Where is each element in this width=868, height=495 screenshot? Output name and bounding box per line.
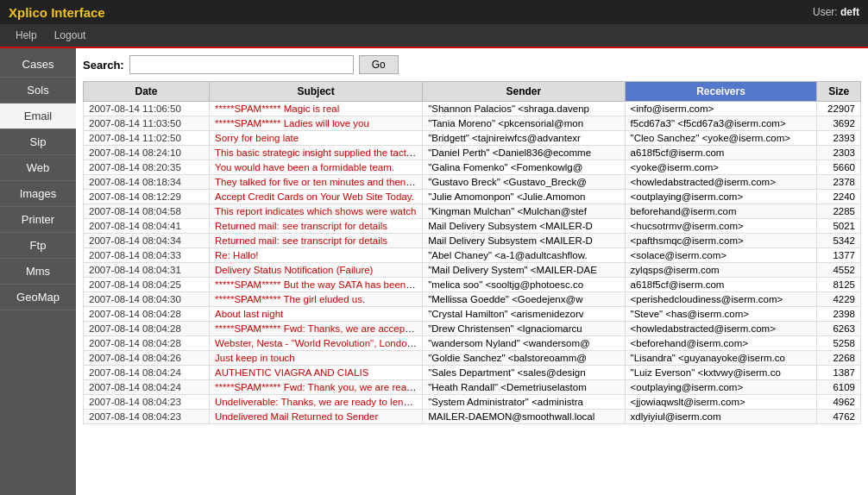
subject-link[interactable]: Undelivered Mail Returned to Sender [215,411,378,422]
subject-link[interactable]: *****SPAM***** Fwd: Thanks, we are accep… [215,323,421,334]
cell-size: 4229 [817,292,861,307]
sidebar-sols[interactable]: Sols [0,78,76,103]
cell-subject[interactable]: This basic strategic insight supplied th… [210,146,423,160]
subject-link[interactable]: Delivery Status Notification (Failure) [215,265,373,275]
col-sender[interactable]: Sender [423,82,625,102]
table-row[interactable]: 2007-08-14 08:04:41Returned mail: see tr… [84,219,861,234]
cell-size: 1377 [817,248,861,263]
table-row[interactable]: 2007-08-14 08:04:23Undelivered Mail Retu… [84,410,861,424]
table-row[interactable]: 2007-08-14 08:04:24*****SPAM***** Fwd: T… [84,380,861,395]
cell-sender: "wandersom Nyland" <wandersom@ [423,336,625,351]
cell-date: 2007-08-14 08:04:25 [84,278,210,292]
sidebar-ftp[interactable]: Ftp [0,233,76,259]
col-size[interactable]: Size [817,82,861,102]
cell-subject[interactable]: They talked for five or ten minutes and … [210,175,423,190]
col-date[interactable]: Date [84,82,210,102]
sidebar-email[interactable]: Email [0,103,76,129]
cell-subject[interactable]: *****SPAM***** Fwd: Thank you, we are re… [210,380,423,395]
subject-link[interactable]: You would have been a formidable team. [215,162,394,172]
cell-subject[interactable]: You would have been a formidable team. [210,160,423,175]
cell-subject[interactable]: *****SPAM***** Magic is real [210,102,423,116]
subject-link[interactable]: *****SPAM***** Magic is real [215,103,339,114]
subject-link[interactable]: This report indicates which shows were w… [215,206,416,216]
table-row[interactable]: 2007-08-14 08:04:31Delivery Status Notif… [84,263,861,278]
cell-subject[interactable]: This report indicates which shows were w… [210,204,423,219]
col-receivers[interactable]: Receivers [625,82,817,102]
cell-subject[interactable]: *****SPAM***** The girl eluded us. [210,292,423,307]
table-row[interactable]: 2007-08-14 08:20:35You would have been a… [84,160,861,175]
cell-subject[interactable]: Just keep in touch [210,351,423,366]
table-row[interactable]: 2007-08-14 08:04:58This report indicates… [84,204,861,219]
sidebar-images[interactable]: Images [0,181,76,207]
search-go-button[interactable]: Go [359,55,399,74]
cell-subject[interactable]: Delivery Status Notification (Failure) [210,263,423,278]
subject-link[interactable]: Undeliverable: Thanks, we are ready to l… [215,397,422,407]
subject-link[interactable]: They talked for five or ten minutes and … [215,177,423,187]
subject-link[interactable]: Just keep in touch [215,353,295,363]
table-row[interactable]: 2007-08-14 08:12:29Accept Credit Cards o… [84,190,861,204]
cell-subject[interactable]: Sorry for being late [210,131,423,146]
cell-size: 2378 [817,175,861,190]
table-row[interactable]: 2007-08-14 08:04:34Returned mail: see tr… [84,234,861,248]
cell-subject[interactable]: About last night [210,307,423,322]
cell-subject[interactable]: *****SPAM***** But the way SATA has been… [210,278,423,292]
logout-link[interactable]: Logout [46,26,95,45]
table-row[interactable]: 2007-08-14 08:04:26Just keep in touch"Go… [84,351,861,366]
help-link[interactable]: Help [7,26,46,45]
subject-link[interactable]: Sorry for being late [215,133,299,143]
cell-size: 3692 [817,116,861,131]
sidebar-web[interactable]: Web [0,155,76,181]
sidebar-cases[interactable]: Cases [0,52,76,78]
table-row[interactable]: 2007-08-14 08:04:28About last night"Crys… [84,307,861,322]
cell-size: 6109 [817,380,861,395]
subject-link[interactable]: This basic strategic insight supplied th… [215,147,423,158]
cell-sender: MAILER-DAEMON@smoothwall.local [423,410,625,424]
subject-link[interactable]: About last night [215,309,283,319]
table-row[interactable]: 2007-08-14 08:18:34They talked for five … [84,175,861,190]
subject-link[interactable]: Accept Credit Cards on Your Web Site Tod… [215,191,414,202]
cell-date: 2007-08-14 08:04:41 [84,219,210,234]
table-row[interactable]: 2007-08-14 11:02:50Sorry for being late"… [84,131,861,146]
cell-subject[interactable]: Webster, Nesta - "World Revolution", Lon… [210,336,423,351]
subject-link[interactable]: *****SPAM***** But the way SATA has been… [215,279,423,290]
cell-subject[interactable]: Re: Hallo! [210,248,423,263]
subject-link[interactable]: *****SPAM***** The girl eluded us. [215,294,365,304]
table-row[interactable]: 2007-08-14 08:04:33Re: Hallo!"Abel Chane… [84,248,861,263]
cell-subject[interactable]: Accept Credit Cards on Your Web Site Tod… [210,190,423,204]
subject-link[interactable]: *****SPAM***** Ladies will love you [215,118,369,128]
sidebar-geomap[interactable]: GeoMap [0,285,76,310]
cell-receivers: <perishedcloudiness@iserm.com> [625,292,817,307]
table-row[interactable]: 2007-08-14 11:06:50*****SPAM***** Magic … [84,102,861,116]
cell-size: 2268 [817,351,861,366]
table-row[interactable]: 2007-08-14 08:04:23Undeliverable: Thanks… [84,395,861,410]
cell-subject[interactable]: AUTHENTIC VIAGRA AND CIALIS [210,366,423,380]
table-row[interactable]: 2007-08-14 08:04:28*****SPAM***** Fwd: T… [84,322,861,336]
cell-subject[interactable]: Undeliverable: Thanks, we are ready to l… [210,395,423,410]
table-row[interactable]: 2007-08-14 08:04:30*****SPAM***** The gi… [84,292,861,307]
cell-subject[interactable]: Returned mail: see transcript for detail… [210,234,423,248]
main-layout: Cases Sols Email Sip Web Images Printer … [0,48,868,495]
cell-receivers: f5cd67a3" <f5cd67a3@iserm.com> [625,116,817,131]
sidebar-mms[interactable]: Mms [0,259,76,285]
cell-receivers: xdlyiyiul@iserm.com [625,410,817,424]
subject-link[interactable]: Webster, Nesta - "World Revolution", Lon… [215,338,421,348]
sidebar-sip[interactable]: Sip [0,129,76,155]
cell-subject[interactable]: Returned mail: see transcript for detail… [210,219,423,234]
cell-subject[interactable]: *****SPAM***** Fwd: Thanks, we are accep… [210,322,423,336]
sidebar-printer[interactable]: Printer [0,207,76,233]
col-subject[interactable]: Subject [210,82,423,102]
table-row[interactable]: 2007-08-14 08:04:24AUTHENTIC VIAGRA AND … [84,366,861,380]
cell-date: 2007-08-14 08:04:26 [84,351,210,366]
subject-link[interactable]: Returned mail: see transcript for detail… [215,221,387,231]
subject-link[interactable]: Re: Hallo! [215,250,259,260]
search-input[interactable] [129,55,354,74]
table-row[interactable]: 2007-08-14 11:03:50*****SPAM***** Ladies… [84,116,861,131]
subject-link[interactable]: AUTHENTIC VIAGRA AND CIALIS [215,367,368,378]
cell-subject[interactable]: Undelivered Mail Returned to Sender [210,410,423,424]
table-row[interactable]: 2007-08-14 08:04:28Webster, Nesta - "Wor… [84,336,861,351]
subject-link[interactable]: Returned mail: see transcript for detail… [215,235,387,246]
table-row[interactable]: 2007-08-14 08:04:25*****SPAM***** But th… [84,278,861,292]
subject-link[interactable]: *****SPAM***** Fwd: Thank you, we are re… [215,382,423,392]
table-row[interactable]: 2007-08-14 08:24:10This basic strategic … [84,146,861,160]
cell-subject[interactable]: *****SPAM***** Ladies will love you [210,116,423,131]
